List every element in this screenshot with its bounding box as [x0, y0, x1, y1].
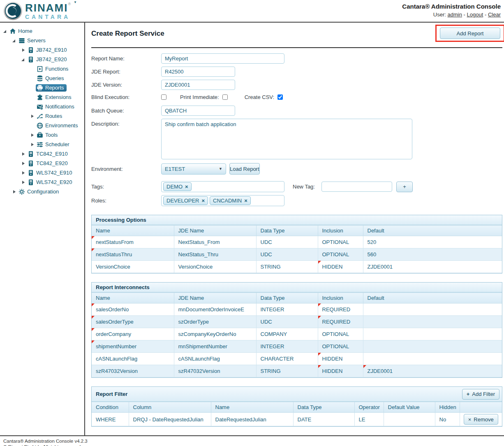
column-header[interactable]: Inclusion [318, 225, 363, 236]
column-header[interactable]: Operator [354, 402, 384, 413]
cell[interactable]: STRING [256, 365, 318, 377]
clear-link[interactable]: Clear [488, 11, 501, 18]
cell[interactable]: INTEGER [256, 340, 318, 353]
report-name-input[interactable] [161, 53, 284, 64]
add-tag-button[interactable]: + [396, 182, 413, 192]
cell[interactable]: szCompanyKeyOrderNo [174, 328, 256, 340]
description-textarea[interactable]: Ship confirm batch application [161, 119, 412, 159]
column-header[interactable] [460, 402, 502, 413]
sidebar-item-extensions[interactable]: Extensions [0, 92, 84, 102]
cell[interactable] [363, 340, 502, 353]
cell[interactable]: ZJDE0001 [363, 261, 502, 273]
sidebar-item-servers[interactable]: Servers [0, 36, 84, 45]
tree-collapsed-icon[interactable] [29, 132, 36, 138]
column-header[interactable]: Column [129, 402, 211, 413]
cell[interactable] [363, 316, 502, 328]
remove-filter-button[interactable]: × Remove [464, 414, 498, 425]
cell[interactable]: orderCompany [92, 328, 174, 340]
add-report-button[interactable]: Add Report [440, 28, 500, 39]
cell[interactable] [384, 413, 435, 426]
sidebar-item-home[interactable]: Home [0, 26, 84, 36]
cell[interactable]: nextStatusThru [92, 248, 174, 261]
column-header[interactable]: Default [363, 293, 502, 303]
column-header[interactable]: Name [92, 225, 174, 236]
print-immediate-checkbox[interactable] [222, 94, 228, 100]
cell[interactable]: VersionChoice [174, 261, 256, 273]
cell[interactable]: OPTIONAL [318, 236, 363, 248]
remove-role-icon[interactable]: × [244, 198, 247, 204]
jde-version-input[interactable] [161, 80, 235, 90]
sidebar-item-configuration[interactable]: Configuration [0, 187, 84, 196]
sidebar-item-jb742-e920[interactable]: JB742_E920 [0, 55, 84, 64]
tree-expanded-icon[interactable] [2, 28, 9, 34]
sidebar-item-queries[interactable]: Queries [0, 74, 84, 83]
cell[interactable]: szR47032Version [174, 365, 256, 377]
tree-expanded-icon[interactable] [20, 56, 27, 63]
environment-select[interactable]: E1TEST ▼ [161, 163, 226, 175]
remove-role-icon[interactable]: × [201, 198, 205, 204]
cell[interactable]: OPTIONAL [318, 248, 363, 261]
sidebar-item-tc842-e910[interactable]: TC842_E910 [0, 149, 84, 159]
batch-queue-input[interactable] [161, 106, 235, 116]
cell[interactable]: INTEGER [256, 303, 318, 316]
cell[interactable]: szR47032Version [92, 365, 174, 377]
tree-collapsed-icon[interactable] [11, 189, 18, 195]
cell[interactable]: ZJDE0001 [363, 365, 502, 377]
cell[interactable]: OPTIONAL [318, 328, 363, 340]
cell[interactable]: VersionChoice [92, 261, 174, 273]
cell[interactable]: shipmentNumber [92, 340, 174, 353]
sidebar-item-wls742-e920[interactable]: WLS742_E920 [0, 177, 84, 187]
add-filter-button[interactable]: + Add Filter [462, 389, 499, 400]
cell[interactable]: REQUIRED [318, 316, 363, 328]
cell[interactable]: szOrderType [174, 316, 256, 328]
cell[interactable] [363, 328, 502, 340]
user-name-link[interactable]: admin [448, 11, 462, 18]
column-header[interactable]: Name [211, 402, 293, 413]
sidebar-item-tc842-e920[interactable]: TC842_E920 [0, 159, 84, 168]
tree-collapsed-icon[interactable] [29, 141, 36, 148]
column-header[interactable]: JDE Name [174, 293, 256, 303]
sidebar-item-wls742-e910[interactable]: WLS742_E910 [0, 168, 84, 177]
tree-collapsed-icon[interactable] [20, 47, 27, 53]
roles-input[interactable]: DEVELOPER × CNCADMIN × [161, 195, 284, 206]
cell[interactable]: cASNLaunchFlag [174, 353, 256, 365]
cell[interactable]: nextStatusFrom [92, 236, 174, 248]
sidebar-item-tools[interactable]: Tools [0, 130, 84, 140]
sidebar-item-environments[interactable]: Environments [0, 121, 84, 130]
cell[interactable]: salesOrderType [92, 316, 174, 328]
create-csv-checkbox[interactable] [277, 94, 283, 100]
cell[interactable]: NextStatus_From [174, 236, 256, 248]
sidebar-item-scheduler[interactable]: Scheduler [0, 140, 84, 149]
cell[interactable]: mnShipmentNumber [174, 340, 256, 353]
column-header[interactable]: Data Type [256, 293, 318, 303]
cell[interactable]: CHARACTER [256, 353, 318, 365]
sidebar-item-reports[interactable]: Reports [0, 83, 84, 92]
column-header[interactable]: Default [363, 225, 502, 236]
load-report-button[interactable]: Load Report [229, 163, 260, 175]
tree-collapsed-icon[interactable] [20, 170, 27, 176]
blind-execution-checkbox[interactable] [161, 94, 166, 100]
cell[interactable]: mnDocumentOrderInvoiceE [174, 303, 256, 316]
tree-collapsed-icon[interactable] [20, 160, 27, 167]
cell[interactable]: salesOrderNo [92, 303, 174, 316]
column-header[interactable]: Hidden [435, 402, 460, 413]
cell[interactable]: DATE [293, 413, 354, 426]
cell[interactable]: HIDDEN [318, 261, 363, 273]
cell[interactable]: HIDDEN [318, 353, 363, 365]
cell[interactable]: HIDDEN [318, 365, 363, 377]
selected-tree-item[interactable]: Reports [36, 84, 67, 92]
cell[interactable]: DateRequestedJulian [211, 413, 293, 426]
sidebar-item-jb742-e910[interactable]: JB742_E910 [0, 45, 84, 55]
cell[interactable]: DRQJ - DateRequestedJulian [129, 413, 211, 426]
column-header[interactable]: Default Value [384, 402, 435, 413]
cell[interactable]: LE [354, 413, 384, 426]
cell[interactable]: 560 [363, 248, 502, 261]
sidebar-item-routes[interactable]: Routes [0, 111, 84, 121]
tags-input[interactable]: DEMO × [161, 181, 284, 192]
remove-tag-icon[interactable]: × [185, 184, 188, 190]
column-header[interactable]: Data Type [293, 402, 354, 413]
sidebar-item-functions[interactable]: Functions [0, 64, 84, 74]
tree-collapsed-icon[interactable] [20, 179, 27, 186]
cell[interactable]: COMPANY [256, 328, 318, 340]
tree-collapsed-icon[interactable] [20, 151, 27, 157]
